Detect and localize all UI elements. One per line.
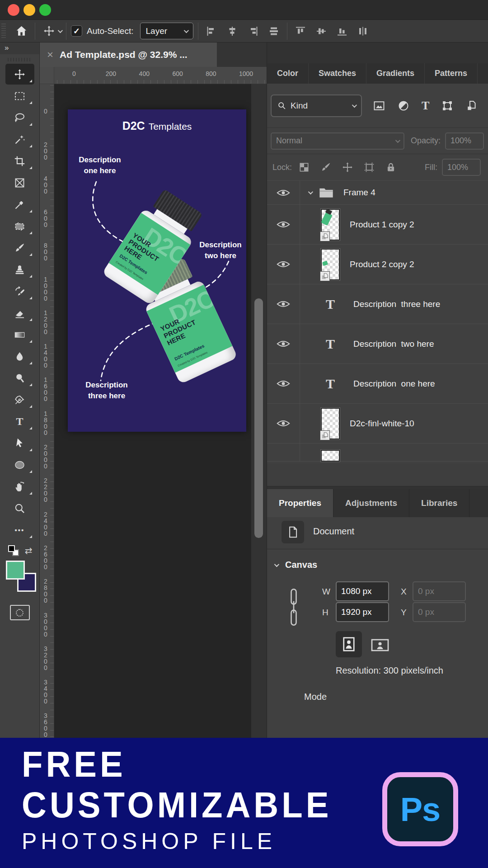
- layer-name[interactable]: D2c-finl-white-10: [350, 419, 414, 429]
- type-layers-filter-icon[interactable]: T: [422, 99, 429, 113]
- link-dimensions-icon[interactable]: [289, 587, 299, 627]
- orientation-landscape-button[interactable]: [368, 637, 392, 654]
- default-colors-icon[interactable]: [8, 545, 15, 552]
- smart-objects-filter-icon[interactable]: [465, 99, 478, 112]
- swap-colors-icon[interactable]: ⇄: [25, 545, 33, 556]
- height-field[interactable]: 1920 px: [336, 602, 389, 622]
- zoom-tool[interactable]: [5, 498, 34, 519]
- auto-select-target-dropdown[interactable]: Layer: [140, 23, 193, 39]
- layer-row[interactable]: TDescription three here: [267, 284, 488, 324]
- vertical-scrollbar[interactable]: [251, 84, 267, 738]
- tool-preset-chevron-icon[interactable]: [58, 28, 63, 33]
- home-icon[interactable]: [12, 22, 30, 40]
- edit-toolbar-button[interactable]: •••: [5, 519, 34, 540]
- gradient-tool[interactable]: [5, 324, 34, 345]
- lock-pixels-icon[interactable]: [320, 161, 332, 173]
- shape-layers-filter-icon[interactable]: [441, 99, 454, 112]
- blend-mode-dropdown[interactable]: Normal: [271, 132, 404, 150]
- layer-name[interactable]: Description two here: [353, 339, 434, 349]
- minimize-window-button[interactable]: [23, 4, 35, 16]
- zoom-window-button[interactable]: [39, 4, 51, 16]
- layer-row[interactable]: Frame 4: [267, 181, 488, 205]
- history-brush-tool[interactable]: [5, 281, 34, 302]
- visibility-toggle[interactable]: [267, 404, 300, 443]
- ad-artboard[interactable]: D2C Templates Descriptionone here Descri…: [68, 109, 246, 432]
- opacity-field[interactable]: 100%: [445, 132, 484, 150]
- layer-name[interactable]: Description three here: [353, 299, 440, 309]
- magic-wand-tool[interactable]: [5, 129, 34, 150]
- layer-row-partial[interactable]: [267, 443, 488, 462]
- lock-transparency-icon[interactable]: [298, 161, 310, 173]
- align-vertical-centers-button[interactable]: [313, 23, 330, 40]
- orientation-portrait-button[interactable]: [336, 631, 362, 657]
- layer-thumbnail[interactable]: [321, 450, 340, 462]
- layer-row[interactable]: Product 1 copy 2: [267, 205, 488, 245]
- type-tool[interactable]: T: [5, 411, 34, 432]
- move-tool-icon[interactable]: [40, 22, 58, 40]
- collapse-panel-chevrons[interactable]: »: [0, 42, 39, 54]
- rectangular-marquee-tool[interactable]: [5, 85, 34, 106]
- canvas-region[interactable]: D2C Templates Descriptionone here Descri…: [54, 84, 251, 738]
- blur-tool[interactable]: [5, 346, 34, 367]
- layer-name[interactable]: Product 2 copy 2: [350, 259, 414, 269]
- layer-row[interactable]: Product 2 copy 2: [267, 245, 488, 284]
- layer-thumbnail[interactable]: [321, 209, 340, 241]
- align-right-edges-button[interactable]: [244, 23, 262, 40]
- hand-rotate-view-tool[interactable]: [5, 476, 34, 497]
- visibility-toggle[interactable]: [267, 324, 300, 363]
- tab-color[interactable]: Color: [267, 63, 309, 84]
- align-bottom-edges-button[interactable]: [333, 23, 351, 40]
- foreground-color-swatch[interactable]: [6, 561, 25, 580]
- visibility-toggle[interactable]: [267, 181, 300, 204]
- lock-artboard-icon[interactable]: [363, 161, 375, 173]
- layer-thumbnail[interactable]: [321, 249, 340, 280]
- lock-position-icon[interactable]: [342, 161, 353, 173]
- frame-tool[interactable]: [5, 172, 34, 193]
- move-tool[interactable]: [5, 64, 34, 85]
- dodge-tool[interactable]: [5, 368, 34, 388]
- layer-thumbnail[interactable]: [321, 408, 340, 439]
- layer-name[interactable]: Description one here: [353, 379, 435, 389]
- brush-tool[interactable]: [5, 237, 34, 258]
- pixel-layers-filter-icon[interactable]: [373, 99, 385, 112]
- tab-swatches[interactable]: Swatches: [309, 63, 366, 84]
- fill-field[interactable]: 100%: [442, 159, 481, 176]
- scrollbar-thumb[interactable]: [254, 298, 263, 538]
- collapse-chevron-icon[interactable]: [308, 189, 313, 194]
- align-horizontal-centers-button[interactable]: [224, 23, 241, 40]
- panel-grip[interactable]: [8, 58, 32, 61]
- lasso-tool[interactable]: [5, 107, 34, 128]
- distribute-vertical-centers-button[interactable]: [265, 23, 282, 40]
- tab-libraries[interactable]: Libraries: [409, 489, 469, 517]
- lock-all-icon[interactable]: [385, 161, 397, 173]
- width-field[interactable]: 1080 px: [336, 581, 389, 601]
- layer-row[interactable]: TDescription one here: [267, 364, 488, 404]
- auto-select-checkbox[interactable]: ✓: [71, 25, 82, 37]
- clone-stamp-tool[interactable]: [5, 259, 34, 280]
- align-left-edges-button[interactable]: [203, 23, 220, 40]
- healing-patch-tool[interactable]: [5, 216, 34, 236]
- close-document-icon[interactable]: ×: [47, 49, 53, 60]
- visibility-toggle[interactable]: [267, 284, 300, 324]
- layer-name[interactable]: Frame 4: [343, 188, 375, 198]
- layer-row[interactable]: D2c-finl-white-10: [267, 404, 488, 443]
- tab-properties[interactable]: Properties: [267, 489, 333, 517]
- eyedropper-tool[interactable]: [5, 194, 34, 215]
- layer-filter-dropdown[interactable]: Kind: [271, 94, 362, 117]
- close-window-button[interactable]: [8, 4, 19, 16]
- visibility-toggle[interactable]: [267, 205, 300, 244]
- align-top-edges-button[interactable]: [292, 23, 309, 40]
- adjustment-layers-filter-icon[interactable]: [397, 99, 410, 112]
- pen-tool[interactable]: [5, 389, 34, 410]
- visibility-toggle[interactable]: [267, 245, 300, 284]
- crop-tool[interactable]: [5, 151, 34, 171]
- eraser-tool[interactable]: [5, 302, 34, 323]
- ellipse-shape-tool[interactable]: [5, 454, 34, 475]
- visibility-toggle[interactable]: [267, 364, 300, 403]
- tab-adjustments[interactable]: Adjustments: [333, 489, 409, 517]
- document-tab[interactable]: × Ad Template.psd @ 32.9% ...: [40, 42, 217, 67]
- tab-patterns[interactable]: Patterns: [425, 63, 478, 84]
- horizontal-ruler[interactable]: 02004006008001000: [54, 67, 267, 84]
- canvas-section-header[interactable]: Canvas: [274, 560, 317, 570]
- distribute-horizontal-centers-button[interactable]: [354, 23, 371, 40]
